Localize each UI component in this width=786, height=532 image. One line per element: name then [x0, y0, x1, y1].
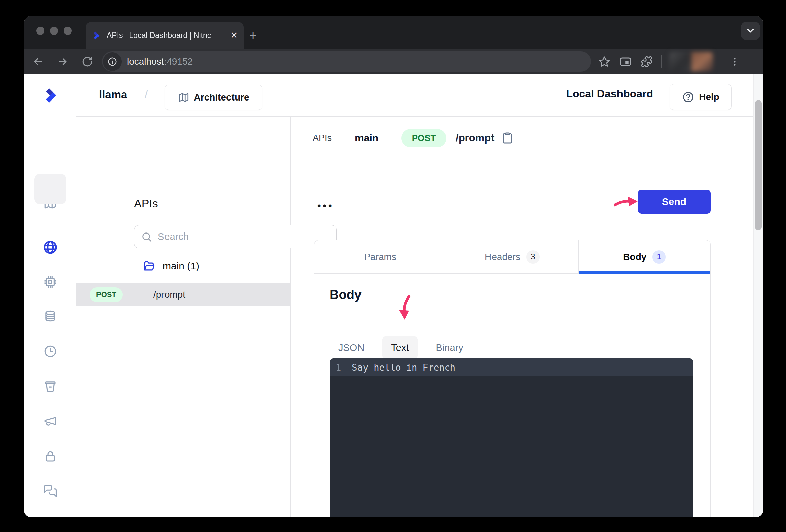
sidebar-item-schedules[interactable]: [42, 343, 58, 360]
bookmark-star-icon[interactable]: [598, 55, 610, 68]
browser-tab-strip: APIs | Local Dashboard | Nitric ✕ +: [24, 16, 763, 49]
sidebar-item-topics[interactable]: [42, 413, 58, 429]
tab-headers[interactable]: Headers 3: [446, 240, 578, 273]
traffic-light-minimize-button[interactable]: [50, 27, 58, 35]
request-tabs: Params Headers 3 Body 1: [314, 240, 710, 274]
resource-sidebar: [24, 74, 76, 517]
sidebar-divider: [24, 220, 76, 221]
panel-menu-button[interactable]: •••: [317, 200, 334, 212]
reload-button[interactable]: [82, 56, 93, 67]
side-panel-icon[interactable]: [619, 55, 632, 68]
body-count-badge: 1: [652, 250, 666, 264]
method-badge: POST: [401, 129, 446, 147]
sidebar-active-highlight: [34, 174, 66, 204]
format-text[interactable]: Text: [382, 336, 417, 360]
toolbar-divider: [661, 55, 662, 68]
api-group[interactable]: main (1): [142, 260, 199, 272]
architecture-button[interactable]: Architecture: [164, 85, 262, 110]
back-button[interactable]: [32, 56, 44, 67]
database-icon: [43, 309, 57, 324]
browser-toolbar: localhost:49152: [24, 49, 763, 74]
forward-button[interactable]: [57, 56, 68, 67]
api-group-label: main (1): [162, 260, 199, 272]
sidebar-item-apis[interactable]: [42, 239, 58, 255]
breadcrumb-api-name: main: [355, 132, 378, 144]
sidebar-divider: [24, 513, 76, 513]
headers-count-badge: 3: [526, 250, 540, 264]
sidebar-item-chat[interactable]: [42, 483, 58, 499]
search-icon: [141, 231, 153, 242]
tab-search-button[interactable]: [741, 22, 760, 40]
line-number: 1: [336, 362, 341, 372]
nitric-logo[interactable]: [42, 87, 60, 105]
help-button-label: Help: [699, 92, 719, 102]
browser-menu-icon[interactable]: [729, 56, 740, 67]
editor-content: Say hello in French: [352, 362, 455, 372]
megaphone-icon: [43, 414, 57, 428]
format-binary[interactable]: Binary: [427, 336, 472, 360]
question-circle-icon: [682, 91, 694, 103]
breadcrumb-separator: /: [145, 88, 148, 101]
request-breadcrumb: APIs main POST /prompt: [313, 117, 514, 160]
body-section-title: Body: [330, 288, 362, 302]
nitric-favicon-icon: [92, 30, 102, 41]
page-title: Local Dashboard: [537, 88, 653, 100]
format-json[interactable]: JSON: [330, 336, 373, 360]
lock-icon: [43, 449, 57, 463]
address-bar[interactable]: localhost:49152: [102, 51, 591, 72]
apis-panel: APIs ••• main (1) POST /prompt: [76, 117, 291, 517]
app-content: llama / Architecture Local Dashboard Hel…: [24, 74, 763, 517]
tab-body[interactable]: Body 1: [578, 240, 710, 273]
profile-avatar[interactable]: [669, 52, 713, 71]
browser-window: APIs | Local Dashboard | Nitric ✕ + loca…: [24, 16, 763, 517]
breadcrumb-apis: APIs: [313, 133, 332, 143]
sidebar-item-websockets[interactable]: [42, 274, 58, 290]
tab-params[interactable]: Params: [314, 240, 446, 273]
help-button[interactable]: Help: [670, 84, 732, 110]
tab-close-icon[interactable]: ✕: [230, 30, 237, 41]
clock-icon: [43, 344, 57, 358]
method-badge: POST: [90, 287, 123, 302]
traffic-light-zoom-button[interactable]: [64, 27, 72, 35]
extensions-puzzle-icon[interactable]: [641, 55, 653, 68]
search-input[interactable]: [157, 231, 319, 242]
body-editor[interactable]: 1 Say hello in French: [330, 358, 693, 517]
request-card: Params Headers 3 Body 1 Body JSON T: [314, 240, 711, 517]
url-text: localhost:49152: [127, 56, 193, 67]
sidebar-item-secrets[interactable]: [42, 448, 58, 464]
send-button[interactable]: Send: [638, 190, 711, 214]
editor-active-line[interactable]: 1 Say hello in French: [330, 358, 693, 376]
active-tab-underline: [579, 271, 710, 274]
new-tab-button[interactable]: +: [249, 29, 257, 42]
tab-title: APIs | Local Dashboard | Nitric: [107, 31, 228, 40]
architecture-button-label: Architecture: [194, 92, 249, 103]
body-format-tabs: JSON Text Binary: [330, 336, 472, 360]
sidebar-item-databases[interactable]: [42, 308, 58, 325]
chevron-down-icon: [745, 26, 756, 36]
annotation-arrow-send: [614, 194, 639, 209]
endpoint-list-item-selected[interactable]: POST /prompt: [76, 283, 291, 306]
folder-open-icon: [142, 260, 155, 272]
page-scrollbar-thumb[interactable]: [755, 100, 762, 231]
breadcrumb-divider: [390, 128, 390, 148]
map-icon: [178, 92, 189, 103]
request-path: /prompt: [456, 132, 494, 144]
sidebar-item-storage[interactable]: [42, 378, 58, 394]
browser-tab[interactable]: APIs | Local Dashboard | Nitric ✕: [86, 22, 244, 49]
breadcrumb-divider: [343, 128, 343, 148]
chat-icon: [43, 484, 57, 498]
endpoint-path: /prompt: [154, 290, 185, 300]
globe-icon: [43, 239, 58, 255]
annotation-arrow-text: [396, 295, 412, 321]
site-info-icon[interactable]: [103, 52, 122, 71]
chip-icon: [43, 275, 57, 289]
search-box[interactable]: [134, 225, 337, 248]
copy-path-icon[interactable]: [501, 132, 514, 144]
apis-panel-title: APIs: [134, 197, 158, 210]
bucket-icon: [43, 379, 57, 393]
traffic-light-close-button[interactable]: [36, 27, 44, 35]
project-name: llama: [99, 89, 127, 101]
